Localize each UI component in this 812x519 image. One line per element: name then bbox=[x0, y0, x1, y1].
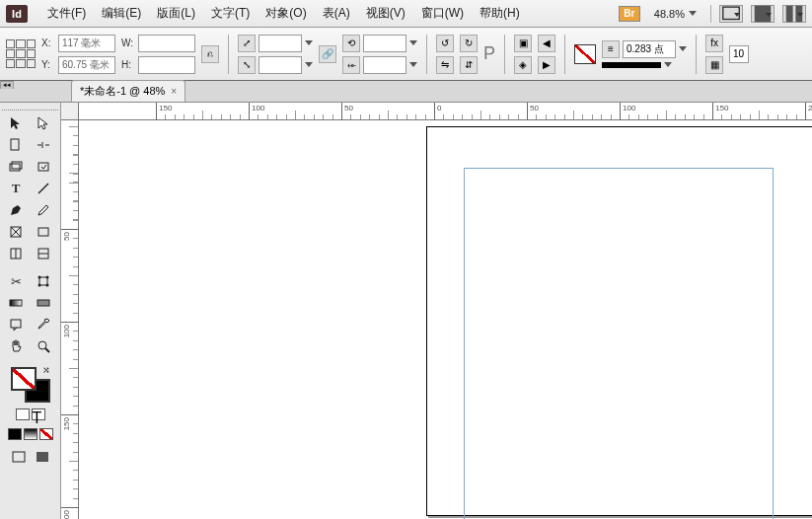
horizontal-ruler[interactable]: 15010050050100150200 bbox=[79, 103, 812, 120]
type-tool[interactable]: T bbox=[2, 178, 30, 199]
effects-icon[interactable]: fx bbox=[705, 35, 723, 52]
toolbox-grip[interactable] bbox=[2, 105, 58, 111]
svg-rect-23 bbox=[37, 300, 49, 306]
select-container-icon[interactable]: ▣ bbox=[514, 35, 532, 52]
svg-rect-28 bbox=[37, 452, 48, 462]
apply-none-icon[interactable] bbox=[39, 428, 53, 440]
chevron-down-icon[interactable] bbox=[679, 46, 687, 51]
bridge-button[interactable]: Br bbox=[619, 6, 640, 22]
arrange-dropdown[interactable] bbox=[751, 5, 775, 23]
gradient-swatch-tool[interactable] bbox=[2, 292, 30, 314]
scale-x-input[interactable] bbox=[258, 35, 302, 52]
workspace-dropdown[interactable] bbox=[782, 5, 806, 23]
svg-point-18 bbox=[38, 276, 41, 279]
pen-tool[interactable] bbox=[2, 199, 30, 221]
select-prev-icon[interactable]: ◀ bbox=[538, 35, 555, 52]
hand-tool[interactable] bbox=[2, 335, 30, 357]
formatting-text-icon[interactable]: T bbox=[32, 408, 45, 420]
chevron-down-icon[interactable] bbox=[664, 62, 672, 67]
link-icon[interactable]: 🔗 bbox=[319, 45, 336, 63]
content-placer-tool[interactable] bbox=[30, 156, 57, 178]
canvas-area[interactable]: 15010050050100150200 50100150200 bbox=[61, 103, 812, 519]
stroke-weight-icon: ≡ bbox=[602, 40, 620, 58]
chevron-down-icon[interactable] bbox=[409, 62, 417, 67]
rectangle-tool[interactable] bbox=[30, 221, 57, 243]
menu-view[interactable]: 视图(V) bbox=[358, 1, 413, 26]
stroke-style-dropdown[interactable] bbox=[602, 62, 661, 68]
menu-table[interactable]: 表(A) bbox=[315, 1, 358, 26]
rectangle-frame-tool[interactable] bbox=[2, 221, 30, 243]
vertical-ruler[interactable]: 50100150200 bbox=[61, 120, 79, 519]
flip-v-icon[interactable]: ⇵ bbox=[460, 56, 478, 74]
select-next-icon[interactable]: ▶ bbox=[538, 56, 555, 74]
gradient-feather-tool[interactable] bbox=[30, 292, 57, 314]
control-bar: X: Y: W: H: ⎌ ⤢ ⤡ 🔗 ⟲ bbox=[0, 28, 812, 81]
menu-edit[interactable]: 编辑(E) bbox=[94, 1, 149, 26]
selection-tool[interactable] bbox=[2, 112, 30, 134]
rotation-input[interactable] bbox=[363, 35, 406, 52]
stroke-weight-input[interactable] bbox=[623, 40, 676, 58]
y-input[interactable] bbox=[58, 56, 115, 74]
fill-stroke-swatches[interactable]: ⤭ bbox=[11, 367, 50, 403]
chevron-down-icon[interactable] bbox=[305, 40, 313, 45]
chevron-down-icon[interactable] bbox=[305, 62, 313, 67]
menu-window[interactable]: 窗口(W) bbox=[413, 1, 472, 26]
note-tool[interactable] bbox=[2, 314, 30, 335]
fill-swatch-front[interactable] bbox=[11, 367, 37, 391]
svg-rect-22 bbox=[10, 300, 22, 306]
preview-view-icon[interactable] bbox=[32, 448, 53, 466]
scale-y-input[interactable] bbox=[258, 56, 302, 74]
menu-file[interactable]: 文件(F) bbox=[39, 1, 94, 26]
close-icon[interactable]: × bbox=[171, 86, 177, 97]
shear-input[interactable] bbox=[363, 56, 406, 74]
pencil-tool[interactable] bbox=[30, 199, 57, 221]
w-input[interactable] bbox=[138, 35, 195, 52]
menu-layout[interactable]: 版面(L) bbox=[149, 1, 203, 26]
opacity-input[interactable] bbox=[729, 45, 749, 63]
page-tool[interactable] bbox=[2, 134, 30, 156]
normal-view-icon[interactable] bbox=[8, 448, 30, 466]
chevron-down-icon[interactable] bbox=[409, 40, 417, 45]
shear-icon: ⬰ bbox=[342, 56, 360, 74]
select-content-icon[interactable]: ◈ bbox=[514, 56, 532, 74]
apply-gradient-icon[interactable] bbox=[24, 428, 37, 440]
table-col-tool[interactable] bbox=[2, 243, 30, 264]
reference-point-grid[interactable] bbox=[6, 39, 36, 69]
formatting-container-icon[interactable] bbox=[16, 408, 30, 420]
content-collector-tool[interactable] bbox=[2, 156, 30, 178]
flip-h-icon[interactable]: ⇋ bbox=[436, 56, 454, 74]
gap-tool[interactable] bbox=[30, 134, 57, 156]
svg-line-8 bbox=[38, 184, 48, 193]
ruler-origin[interactable] bbox=[61, 103, 79, 120]
table-row-tool[interactable] bbox=[30, 243, 57, 264]
svg-rect-3 bbox=[795, 5, 802, 22]
rotate-cw-icon[interactable]: ↻ bbox=[460, 35, 478, 52]
fill-swatch[interactable] bbox=[574, 44, 596, 64]
opacity-icon[interactable]: ▦ bbox=[705, 56, 723, 74]
text-frame[interactable] bbox=[464, 168, 774, 519]
svg-line-26 bbox=[45, 348, 49, 352]
rotate-ccw-icon[interactable]: ↺ bbox=[436, 35, 454, 52]
svg-rect-2 bbox=[786, 5, 793, 22]
pasteboard[interactable] bbox=[79, 120, 812, 519]
menu-object[interactable]: 对象(O) bbox=[258, 1, 314, 26]
apply-color-icon[interactable] bbox=[8, 428, 22, 440]
document-tab-title: *未命名-1 @ 48% bbox=[80, 84, 165, 99]
menu-text[interactable]: 文字(T) bbox=[203, 1, 258, 26]
panel-collapse-handle[interactable]: ◂◂ bbox=[0, 81, 14, 89]
zoom-tool[interactable] bbox=[30, 335, 57, 357]
h-input[interactable] bbox=[138, 56, 195, 74]
direct-selection-tool[interactable] bbox=[30, 112, 57, 134]
menu-help[interactable]: 帮助(H) bbox=[472, 1, 528, 26]
document-tab[interactable]: *未命名-1 @ 48% × bbox=[71, 80, 185, 102]
swap-fill-stroke-icon[interactable]: ⤭ bbox=[42, 365, 50, 375]
scissors-tool[interactable]: ✂ bbox=[2, 270, 30, 292]
x-input[interactable] bbox=[58, 35, 115, 52]
free-transform-tool[interactable] bbox=[30, 270, 57, 292]
screen-mode-dropdown[interactable] bbox=[719, 5, 743, 23]
svg-rect-4 bbox=[11, 139, 19, 150]
zoom-level-dropdown[interactable]: 48.8% bbox=[648, 6, 702, 22]
eyedropper-tool[interactable] bbox=[30, 314, 57, 335]
constrain-proportions-icon[interactable]: ⎌ bbox=[201, 45, 219, 63]
line-tool[interactable] bbox=[30, 178, 57, 199]
